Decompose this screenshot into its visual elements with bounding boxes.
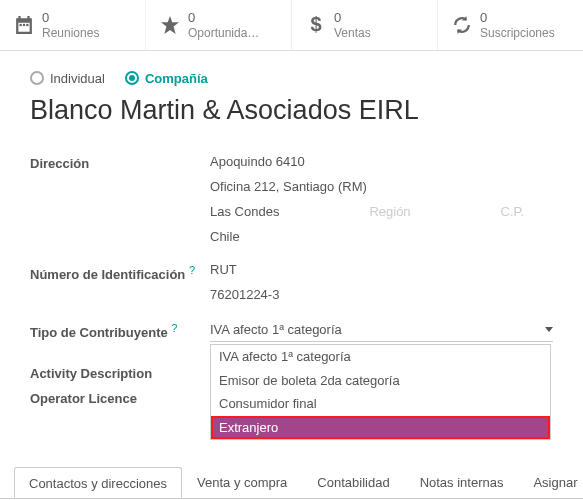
stat-count: 0 <box>42 10 99 26</box>
stat-label: Reuniones <box>42 26 99 40</box>
stat-count: 0 <box>188 10 259 26</box>
taxpayer-select[interactable]: IVA afecto 1ª categoría <box>210 320 553 342</box>
calendar-icon <box>14 15 34 35</box>
dropdown-option[interactable]: Emisor de boleta 2da categoría <box>211 369 550 393</box>
partner-type-radios: Individual Compañía <box>30 71 553 86</box>
svg-rect-1 <box>23 24 25 26</box>
help-icon[interactable]: ? <box>171 322 177 334</box>
refresh-icon <box>452 15 472 35</box>
select-value: IVA afecto 1ª categoría <box>210 322 342 337</box>
label-operator-licence: Operator Licence <box>30 389 210 406</box>
stat-label: Ventas <box>334 26 371 40</box>
stat-opportunities[interactable]: 0 Oportunida… <box>146 0 292 50</box>
svg-rect-2 <box>26 24 28 26</box>
stat-count: 0 <box>480 10 555 26</box>
tab-bar: Contactos y direcciones Venta y compra C… <box>0 466 583 499</box>
id-number-input[interactable]: 76201224-3 <box>210 287 279 302</box>
radio-label: Individual <box>50 71 105 86</box>
page-title[interactable]: Blanco Martin & Asociados EIRL <box>30 94 553 126</box>
stat-label: Oportunida… <box>188 26 259 40</box>
dollar-icon: $ <box>306 15 326 35</box>
radio-label: Compañía <box>145 71 208 86</box>
label-numero-id: Número de Identificación ? <box>30 262 210 282</box>
region-input[interactable]: Región <box>369 204 410 219</box>
stat-meetings[interactable]: 0 Reuniones <box>0 0 146 50</box>
chevron-down-icon <box>545 327 553 332</box>
street2-input[interactable]: Oficina 212, Santiago (RM) <box>210 179 367 194</box>
label-tipo-contribuyente: Tipo de Contribuyente ? <box>30 320 210 340</box>
radio-individual[interactable]: Individual <box>30 71 105 86</box>
cp-input[interactable]: C.P. <box>501 204 525 219</box>
dropdown-option[interactable]: Consumidor final <box>211 392 550 416</box>
stat-sales[interactable]: $ 0 Ventas <box>292 0 438 50</box>
city-input[interactable]: Las Condes <box>210 204 279 219</box>
svg-rect-0 <box>20 24 22 26</box>
tab-venta-compra[interactable]: Venta y compra <box>182 466 302 498</box>
street1-input[interactable]: Apoquindo 6410 <box>210 154 305 169</box>
stat-count: 0 <box>334 10 371 26</box>
tab-notas-internas[interactable]: Notas internas <box>405 466 519 498</box>
form-content: Individual Compañía Blanco Martin & Asoc… <box>0 51 583 406</box>
radio-company[interactable]: Compañía <box>125 71 208 86</box>
tab-contactos[interactable]: Contactos y direcciones <box>14 467 182 499</box>
stat-label: Suscripciones <box>480 26 555 40</box>
label-activity-description: Activity Description <box>30 364 210 381</box>
dropdown-option-highlighted[interactable]: Extranjero <box>211 416 550 440</box>
stats-row: 0 Reuniones 0 Oportunida… $ 0 Ventas 0 S… <box>0 0 583 51</box>
label-direccion: Dirección <box>30 154 210 171</box>
country-input[interactable]: Chile <box>210 229 240 244</box>
star-icon <box>160 15 180 35</box>
help-icon[interactable]: ? <box>189 264 195 276</box>
tab-asignar[interactable]: Asignar <box>518 466 583 498</box>
id-type-input[interactable]: RUT <box>210 262 237 277</box>
dropdown-option[interactable]: IVA afecto 1ª categoría <box>211 345 550 369</box>
taxpayer-dropdown: IVA afecto 1ª categoría Emisor de boleta… <box>210 344 551 440</box>
tab-contabilidad[interactable]: Contabilidad <box>302 466 404 498</box>
stat-subscriptions[interactable]: 0 Suscripciones <box>438 0 583 50</box>
address-block: Apoquindo 6410 Oficina 212, Santiago (RM… <box>210 154 553 254</box>
